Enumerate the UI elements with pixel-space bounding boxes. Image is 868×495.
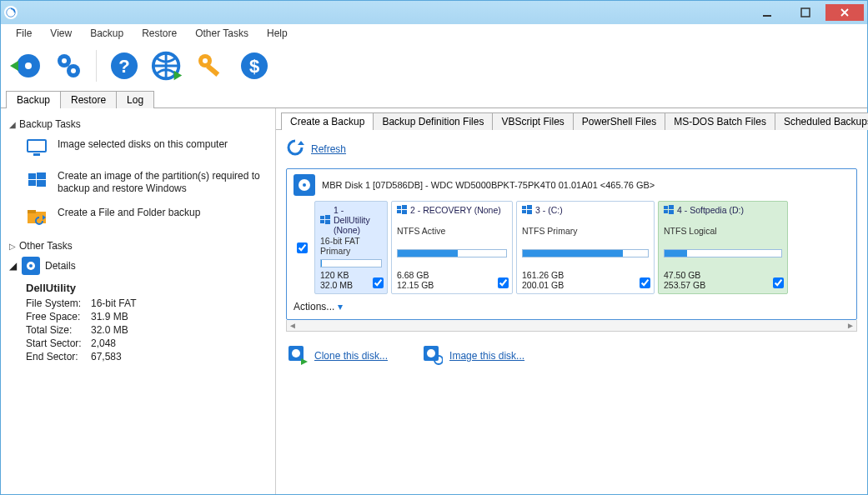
minimize-button[interactable]: [749, 4, 785, 21]
menu-view[interactable]: View: [42, 26, 80, 41]
image-disk-link[interactable]: Image this disk...: [449, 350, 524, 362]
web-icon[interactable]: [150, 48, 185, 83]
partition-title: 2 - RECOVERY (None): [410, 205, 501, 215]
content: ◢ Backup Tasks Image selected disks on t…: [1, 108, 867, 494]
menu-file[interactable]: File: [8, 26, 40, 41]
partition-checkbox[interactable]: [640, 278, 650, 290]
svg-rect-23: [37, 172, 46, 179]
svg-rect-35: [325, 215, 330, 219]
svg-rect-38: [397, 206, 401, 209]
partition-checkbox[interactable]: [773, 278, 784, 290]
details-label: Details: [45, 260, 76, 272]
partition-1[interactable]: 1 - DellUtility (None)16-bit FAT Primary…: [314, 201, 388, 294]
detail-row: End Sector:67,583: [26, 351, 267, 362]
windows-flag-icon: [522, 205, 532, 215]
partition-4[interactable]: 4 - Softpedia (D:)NTFS Logical47.50 GB25…: [658, 201, 788, 294]
svg-rect-27: [28, 210, 36, 213]
svg-point-9: [62, 58, 67, 63]
partition-3[interactable]: 3 - (C:)NTFS Primary161.26 GB200.01 GB: [516, 201, 655, 294]
subtab-create-backup[interactable]: Create a Backup: [281, 112, 374, 130]
detail-row: Start Sector:2,048: [26, 338, 267, 349]
menu-restore[interactable]: Restore: [133, 26, 185, 41]
svg-point-16: [203, 58, 208, 63]
partition-row: 1 - DellUtility (None)16-bit FAT Primary…: [294, 201, 850, 294]
svg-marker-52: [301, 358, 308, 365]
backup-disk-icon[interactable]: [8, 48, 43, 83]
tab-log[interactable]: Log: [116, 91, 154, 108]
main-panel: Create a Backup Backup Definition Files …: [276, 108, 867, 494]
partition-sizes: 161.26 GB200.01 GB: [522, 270, 649, 290]
svg-rect-22: [28, 173, 36, 179]
partition-checkbox[interactable]: [498, 278, 509, 290]
subtab-batch[interactable]: MS-DOS Batch Files: [665, 112, 775, 130]
svg-rect-47: [669, 205, 674, 209]
detail-row: Total Size:32.0 MB: [26, 324, 267, 336]
actions-dropdown[interactable]: Actions... ▾: [294, 301, 850, 312]
purchase-icon[interactable]: $: [237, 48, 272, 83]
svg-text:?: ?: [118, 56, 129, 77]
clone-disk-icon: [286, 343, 308, 368]
svg-rect-48: [664, 210, 668, 213]
partition-type: 16-bit FAT Primary: [320, 236, 382, 256]
details-header[interactable]: ◢ Details: [9, 257, 267, 275]
svg-rect-36: [320, 220, 324, 223]
svg-rect-41: [402, 210, 407, 214]
windows-flag-icon: [397, 205, 407, 215]
help-icon[interactable]: ?: [107, 48, 142, 83]
svg-rect-25: [37, 180, 46, 187]
subtab-powershell[interactable]: PowerShell Files: [573, 112, 665, 130]
app-icon: [4, 6, 18, 19]
windows-icon: [26, 170, 49, 190]
tab-backup[interactable]: Backup: [6, 91, 61, 108]
partition-2[interactable]: 2 - RECOVERY (None)NTFS Active6.68 GB12.…: [391, 201, 513, 294]
menu-help[interactable]: Help: [258, 26, 296, 41]
usage-bar: [397, 249, 507, 258]
subtab-vbscript[interactable]: VBScript Files: [492, 112, 573, 130]
partition-checkbox[interactable]: [373, 278, 384, 290]
partition-title: 3 - (C:): [535, 205, 563, 215]
tab-restore[interactable]: Restore: [60, 91, 117, 108]
select-all-checkbox[interactable]: [294, 201, 311, 294]
other-tasks-header[interactable]: ▷ Other Tasks: [9, 240, 267, 252]
menu-other-tasks[interactable]: Other Tasks: [187, 26, 257, 41]
task-file-folder-backup[interactable]: Create a File and Folder backup: [8, 203, 267, 235]
toolbar: ? $: [1, 42, 867, 88]
clone-disk-link[interactable]: Clone this disk...: [314, 350, 388, 362]
subtabs: Create a Backup Backup Definition Files …: [276, 108, 867, 130]
partition-title: 4 - Softpedia (D:): [677, 205, 744, 215]
details-title: DellUtility: [26, 282, 267, 294]
image-disk-action[interactable]: Image this disk...: [421, 343, 524, 368]
subtab-definition-files[interactable]: Backup Definition Files: [373, 112, 493, 130]
detail-row: File System:16-bit FAT: [26, 298, 267, 309]
sidebar: ◢ Backup Tasks Image selected disks on t…: [1, 108, 276, 494]
svg-rect-24: [28, 180, 36, 186]
partition-type: NTFS Active: [397, 226, 507, 236]
close-button[interactable]: [825, 4, 864, 21]
folder-refresh-icon: [26, 207, 49, 227]
task-label: Create an image of the partition(s) requ…: [58, 170, 267, 195]
settings-icon[interactable]: [51, 48, 86, 83]
svg-marker-31: [298, 141, 304, 145]
partition-sizes: 6.68 GB12.15 GB: [397, 270, 507, 290]
subtab-scheduled[interactable]: Scheduled Backups: [775, 112, 868, 130]
refresh-link[interactable]: Refresh: [311, 143, 346, 155]
svg-rect-42: [522, 206, 526, 209]
menu-backup[interactable]: Backup: [82, 26, 132, 41]
maximize-button[interactable]: [787, 4, 824, 21]
caret-down-icon: ◢: [9, 120, 16, 129]
key-icon[interactable]: [193, 48, 228, 83]
svg-point-30: [29, 264, 33, 268]
svg-rect-44: [522, 210, 526, 213]
svg-text:$: $: [249, 56, 259, 77]
svg-point-5: [25, 62, 32, 69]
backup-tasks-header[interactable]: ◢ Backup Tasks: [9, 118, 267, 130]
task-image-windows[interactable]: Create an image of the partition(s) requ…: [8, 167, 267, 203]
refresh-icon[interactable]: [286, 138, 304, 160]
clone-disk-action[interactable]: Clone this disk...: [286, 343, 388, 368]
svg-rect-17: [206, 64, 219, 77]
disk-icon: [22, 257, 40, 275]
task-image-disks[interactable]: Image selected disks on this computer: [8, 135, 267, 167]
backup-tasks-label: Backup Tasks: [19, 118, 81, 130]
horizontal-scrollbar[interactable]: ◄►: [286, 320, 857, 332]
menubar: File View Backup Restore Other Tasks Hel…: [1, 24, 867, 42]
